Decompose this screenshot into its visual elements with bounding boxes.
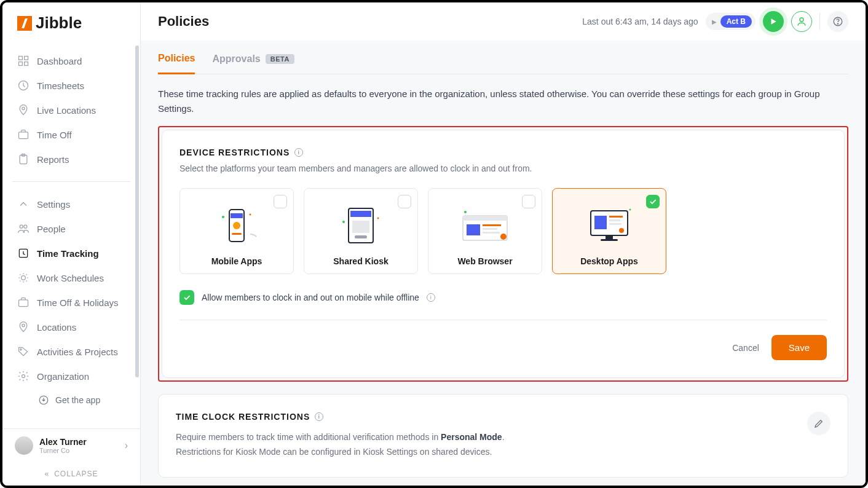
dashboard-icon [17,55,30,67]
offline-label: Allow members to clock in and out on mob… [202,293,419,302]
device-options-grid: Mobile Apps Shared Kiosk [180,188,827,274]
svg-point-25 [222,216,224,218]
header-right: Last out 6:43 am, 14 days ago ▶ Act B [582,11,848,32]
activity-pill[interactable]: ▶ Act B [706,13,756,30]
svg-point-32 [377,218,379,219]
user-profile-row[interactable]: Alex Turner Turner Co › [2,428,140,462]
clock-icon [17,79,30,92]
briefcase-icon [17,128,30,141]
help-icon [832,16,843,27]
header: Policies Last out 6:43 am, 14 days ago ▶… [141,2,866,41]
desktop-illustration [560,202,658,250]
svg-rect-47 [606,235,613,239]
svg-point-18 [800,18,803,22]
nav-group-settings: Settings People Time Tracking Work Sched… [2,187,140,417]
svg-point-14 [22,324,25,326]
get-app-label: Get the app [55,395,100,405]
tab-policies-label: Policies [158,53,195,64]
device-option-web-browser[interactable]: Web Browser [428,188,542,274]
sidebar-item-reports[interactable]: Reports [2,147,140,171]
device-checkbox[interactable] [522,195,535,208]
sidebar-item-time-off[interactable]: Time Off [2,122,140,147]
device-checkbox[interactable] [274,195,287,208]
content: These time tracking rules are applied as… [141,74,866,486]
svg-point-9 [20,225,23,228]
sidebar-item-activities-projects[interactable]: Activities & Projects [2,339,140,364]
check-icon [649,197,657,206]
sidebar-scrollbar[interactable] [135,45,139,377]
device-checkbox-checked[interactable] [646,195,660,208]
sidebar-item-dashboard[interactable]: Dashboard [2,49,140,73]
sidebar-item-locations[interactable]: Locations [2,315,140,339]
svg-point-16 [22,375,25,378]
svg-rect-28 [350,211,371,217]
sidebar-label: Timesheets [37,81,84,91]
svg-rect-13 [19,300,28,307]
svg-rect-1 [25,57,28,60]
sidebar-item-people[interactable]: People [2,216,140,241]
sidebar-label: Live Locations [37,105,96,116]
header-separator [819,13,820,30]
browser-illustration [436,202,534,250]
status-text: Last out 6:43 am, 14 days ago [582,17,698,26]
svg-point-31 [342,221,345,223]
clipboard-icon [17,153,30,165]
sidebar-item-live-locations[interactable]: Live Locations [2,98,140,122]
time-clock-description: Require members to track time with addit… [176,430,505,460]
sidebar: Jibble Dashboard Timesheets Live Locatio… [2,2,141,486]
device-checkbox[interactable] [398,195,411,208]
user-circle-button[interactable] [791,11,812,32]
time-clock-card: TIME CLOCK RESTRICTIONS i Require member… [158,394,848,478]
svg-point-46 [619,228,624,233]
device-restrictions-title-text: DEVICE RESTRICTIONS [180,148,290,157]
offline-checkbox[interactable] [180,290,194,305]
sidebar-label: Activities & Projects [37,347,118,357]
svg-rect-44 [609,219,620,221]
svg-rect-37 [483,228,497,230]
nav-group-main: Dashboard Timesheets Live Locations Time… [2,44,140,176]
device-label: Web Browser [457,256,512,266]
sidebar-item-settings[interactable]: Settings [2,192,140,216]
svg-point-5 [22,107,25,109]
sidebar-label: Time Off & Holidays [37,297,119,308]
tab-approvals[interactable]: Approvals BETA [212,53,294,73]
svg-rect-24 [232,233,242,235]
nav-divider [12,181,130,182]
tab-policies[interactable]: Policies [158,53,195,74]
people-icon [17,222,30,235]
help-button[interactable] [827,11,848,32]
chevron-up-icon [17,198,30,210]
sidebar-item-time-tracking[interactable]: Time Tracking [2,241,140,266]
edit-button[interactable] [807,412,831,435]
svg-point-39 [500,234,507,240]
sidebar-label: Dashboard [37,56,82,66]
kiosk-illustration [312,202,410,250]
device-option-desktop-apps[interactable]: Desktop Apps [552,188,666,274]
info-icon[interactable]: i [427,293,435,302]
play-button[interactable] [763,11,784,32]
sidebar-item-time-off-holidays[interactable]: Time Off & Holidays [2,290,140,315]
sidebar-item-organization[interactable]: Organization [2,364,140,388]
svg-point-40 [464,211,467,213]
offline-option-row: Allow members to clock in and out on mob… [180,290,827,320]
device-option-mobile-apps[interactable]: Mobile Apps [180,188,294,274]
sun-icon [17,272,30,284]
cancel-button[interactable]: Cancel [732,343,759,353]
play-mini-icon: ▶ [712,18,717,25]
svg-rect-36 [483,224,501,226]
info-icon[interactable]: i [294,148,303,157]
save-button[interactable]: Save [771,335,827,360]
svg-point-15 [20,348,22,350]
avatar [15,436,33,455]
user-org: Turner Co [39,447,87,454]
sidebar-label: Time Off [37,130,72,140]
device-option-shared-kiosk[interactable]: Shared Kiosk [304,188,418,274]
page-title: Policies [158,14,209,30]
svg-rect-3 [25,62,28,66]
sidebar-item-work-schedules[interactable]: Work Schedules [2,266,140,290]
sidebar-item-timesheets[interactable]: Timesheets [2,73,140,98]
sidebar-item-get-app[interactable]: Get the app [2,388,140,412]
collapse-button[interactable]: « COLLAPSE [2,462,140,486]
info-icon[interactable]: i [315,412,323,421]
svg-point-49 [629,209,631,211]
